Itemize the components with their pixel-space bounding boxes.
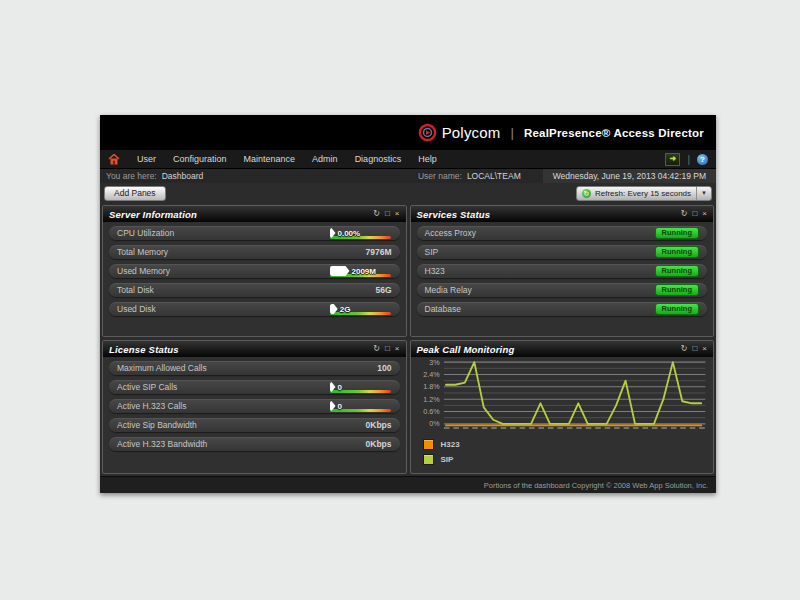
panel-header-icons: ↻ □ × xyxy=(373,345,399,353)
x-tick-mark xyxy=(462,427,468,429)
x-tick-mark xyxy=(443,427,449,429)
panel-refresh-icon[interactable]: ↻ xyxy=(373,345,380,353)
product-name: RealPresence® Access Director xyxy=(524,127,704,139)
x-tick-mark xyxy=(491,427,497,429)
row-active-h323-bandwidth: Active H.323 Bandwidth 0Kbps xyxy=(109,437,400,451)
menu-item-admin[interactable]: Admin xyxy=(312,154,338,164)
status-badge: Running xyxy=(655,246,699,258)
panel-header: Services Status ↻ □ × xyxy=(411,206,714,222)
panel-minimize-icon[interactable]: □ xyxy=(692,210,697,218)
footer: Portions of the dashboard Copyright © 20… xyxy=(100,476,716,493)
x-tick-mark xyxy=(661,427,667,429)
brand-name: Polycom xyxy=(442,124,501,141)
panel-license-status: License Status ↻ □ × Maximum Allowed Cal… xyxy=(102,340,407,474)
panel-server-information: Server Information ↻ □ × CPU Utilization… xyxy=(102,205,407,337)
panel-close-icon[interactable]: × xyxy=(395,345,400,353)
row-label: SIP xyxy=(425,247,439,257)
panel-close-icon[interactable]: × xyxy=(702,210,707,218)
panel-header-icons: ↻ □ × xyxy=(681,210,707,218)
sip-swatch xyxy=(423,454,434,465)
copyright-text: Portions of the dashboard Copyright © 20… xyxy=(484,481,708,490)
panel-minimize-icon[interactable]: □ xyxy=(692,345,697,353)
panel-title: License Status xyxy=(109,344,179,355)
row-label: Total Memory xyxy=(117,247,168,257)
refresh-interval-dropdown[interactable]: ↻ Refresh: Every 15 seconds ▼ xyxy=(576,186,712,201)
bar-marker xyxy=(330,266,350,276)
line-chart: 3%2.4%1.8%1.2%0.6%0% xyxy=(413,358,712,432)
home-icon[interactable] xyxy=(108,154,120,165)
x-tick-mark xyxy=(642,427,648,429)
row-label: Used Disk xyxy=(117,304,156,314)
x-tick-mark xyxy=(557,427,563,429)
chart-legend: H323 SIP xyxy=(423,439,714,465)
legend-item-h323: H323 xyxy=(423,439,714,450)
menu-item-user[interactable]: User xyxy=(137,154,156,164)
status-badge: Running xyxy=(655,227,699,239)
panel-refresh-icon[interactable]: ↻ xyxy=(681,210,688,218)
row-label: Active Sip Bandwidth xyxy=(117,420,197,430)
bar-value: 2009M xyxy=(352,267,376,276)
row-label: Active H.323 Bandwidth xyxy=(117,439,207,449)
menu-item-help[interactable]: Help xyxy=(418,154,437,164)
row-access-proxy: Access Proxy Running xyxy=(417,226,708,240)
refresh-dropdown-label: Refresh: Every 15 seconds xyxy=(595,189,691,198)
x-tick-mark xyxy=(547,427,553,429)
menu-item-maintenance[interactable]: Maintenance xyxy=(244,154,296,164)
legend-label: SIP xyxy=(441,455,454,464)
panel-body: Access Proxy Running SIP Running H323 Ru… xyxy=(411,222,714,336)
panel-minimize-icon[interactable]: □ xyxy=(385,345,390,353)
username-value: LOCAL\TEAM xyxy=(467,171,521,181)
add-panes-button[interactable]: Add Panes xyxy=(104,186,166,201)
panel-header: Server Information ↻ □ × xyxy=(103,206,406,222)
row-database: Database Running xyxy=(417,302,708,316)
panel-title: Server Information xyxy=(109,209,197,220)
active-sip-calls-bar: 0 xyxy=(330,382,392,393)
toolbar: Add Panes ↻ Refresh: Every 15 seconds ▼ xyxy=(100,183,716,203)
x-tick-mark xyxy=(623,427,629,429)
x-tick-mark xyxy=(528,427,534,429)
panel-close-icon[interactable]: × xyxy=(702,345,707,353)
help-icon[interactable]: ? xyxy=(697,154,708,165)
panel-body: CPU Utilization 0.00% Total Memory 7976M… xyxy=(103,222,406,336)
x-tick-mark xyxy=(680,427,686,429)
panel-header-icons: ↻ □ × xyxy=(373,210,399,218)
x-tick-mark xyxy=(651,427,657,429)
x-tick-mark xyxy=(595,427,601,429)
row-label: Active SIP Calls xyxy=(117,382,177,392)
row-total-memory: Total Memory 7976M xyxy=(109,245,400,259)
chevron-down-icon[interactable]: ▼ xyxy=(696,187,711,200)
bar-gradient xyxy=(330,312,391,315)
panel-minimize-icon[interactable]: □ xyxy=(385,210,390,218)
row-label: Media Relay xyxy=(425,285,472,295)
menubar-divider: | xyxy=(687,154,690,165)
panel-header: License Status ↻ □ × xyxy=(103,341,406,357)
bar-value: 0.00% xyxy=(338,229,361,238)
row-label: Active H.323 Calls xyxy=(117,401,186,411)
panel-title: Services Status xyxy=(417,209,491,220)
panel-refresh-icon[interactable]: ↻ xyxy=(373,210,380,218)
y-tick-label: 0.6% xyxy=(423,407,440,416)
refresh-icon: ↻ xyxy=(582,189,591,198)
row-value: 100 xyxy=(377,363,391,373)
x-tick-mark xyxy=(689,427,695,429)
menubar: User Configuration Maintenance Admin Dia… xyxy=(100,150,716,169)
panel-refresh-icon[interactable]: ↻ xyxy=(681,345,688,353)
row-value: 0Kbps xyxy=(366,439,392,449)
row-active-sip-calls: Active SIP Calls 0 xyxy=(109,380,400,394)
menu-item-diagnostics[interactable]: Diagnostics xyxy=(355,154,402,164)
x-tick-mark xyxy=(500,427,506,429)
row-total-disk: Total Disk 56G xyxy=(109,283,400,297)
banner-divider: | xyxy=(511,125,514,140)
row-value: 0Kbps xyxy=(366,420,392,430)
x-tick-mark xyxy=(632,427,638,429)
row-media-relay: Media Relay Running xyxy=(417,283,708,297)
row-used-memory: Used Memory 2009M xyxy=(109,264,400,278)
menu-item-configuration[interactable]: Configuration xyxy=(173,154,227,164)
logout-icon[interactable]: ➜ xyxy=(665,153,680,166)
used-memory-bar: 2009M xyxy=(330,266,392,277)
row-label: H323 xyxy=(425,266,445,276)
x-tick-mark xyxy=(481,427,487,429)
panel-header-icons: ↻ □ × xyxy=(681,345,707,353)
panel-close-icon[interactable]: × xyxy=(395,210,400,218)
h323-swatch xyxy=(423,439,434,450)
